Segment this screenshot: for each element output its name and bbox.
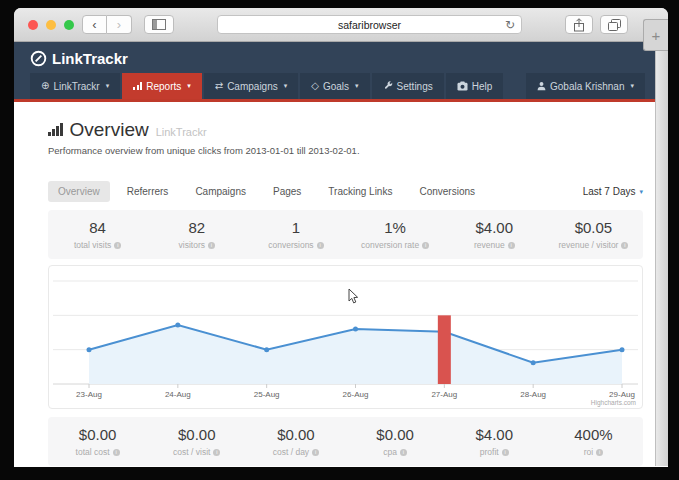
tab-conversions[interactable]: Conversions xyxy=(409,181,485,202)
sidebar-icon xyxy=(152,19,166,30)
nav-item-label: Reports xyxy=(146,81,181,92)
info-icon[interactable] xyxy=(213,449,220,456)
info-icon[interactable] xyxy=(113,449,120,456)
info-icon[interactable] xyxy=(508,242,515,249)
stat-label: total visits xyxy=(74,240,111,250)
brand[interactable]: LinkTrackr xyxy=(14,42,655,71)
brand-name: LinkTrackr xyxy=(52,50,128,67)
date-range-label: Last 7 Days xyxy=(583,186,636,197)
stat-cpa: $0.00 cpa xyxy=(346,426,445,457)
menu-spacer xyxy=(505,73,526,99)
tab-overview-button[interactable] xyxy=(600,15,628,34)
stat-label: profit xyxy=(480,447,499,457)
nav-item-settings[interactable]: Settings xyxy=(372,73,444,99)
caret-down-icon: ▾ xyxy=(630,82,634,90)
stat-value: $0.00 xyxy=(147,426,246,444)
stat-conversions: 1 conversions xyxy=(246,219,345,250)
forward-button[interactable]: › xyxy=(107,15,132,34)
info-icon[interactable] xyxy=(621,242,628,249)
info-icon[interactable] xyxy=(114,242,121,249)
stat-revenue: $4.00 revenue xyxy=(445,219,544,250)
stat-profit: $4.00 profit xyxy=(445,426,544,457)
stat-revenue-visitor: $0.05 revenue / visitor xyxy=(544,219,643,250)
page-content: LinkTrackr ⊕ LinkTrackr ▾ Reports ▾ ⇄ xyxy=(14,42,655,466)
info-icon[interactable] xyxy=(208,242,215,249)
address-bar[interactable]: safaribrowser ↻ xyxy=(217,15,522,34)
nav-item-label: Settings xyxy=(397,81,433,92)
stat-label: cost / day xyxy=(273,447,309,457)
close-window-button[interactable] xyxy=(28,20,38,30)
minimize-window-button[interactable] xyxy=(46,20,56,30)
svg-text:28-Aug: 28-Aug xyxy=(520,390,546,399)
user-menu[interactable]: Gobala Krishnan ▾ xyxy=(526,73,645,99)
stat-label: cpa xyxy=(383,447,397,457)
window-controls xyxy=(28,20,74,30)
stat-total-cost: $0.00 total cost xyxy=(48,426,147,457)
tab-tracking-links[interactable]: Tracking Links xyxy=(318,181,402,202)
nav-item-reports[interactable]: Reports ▾ xyxy=(122,73,202,99)
toolbar-right xyxy=(565,15,628,34)
nav-item-label: Goals xyxy=(323,81,349,92)
nav-item-linktrackr[interactable]: ⊕ LinkTrackr ▾ xyxy=(30,73,120,99)
nav-item-goals[interactable]: ◇ Goals ▾ xyxy=(300,73,369,99)
svg-text:29-Aug: 29-Aug xyxy=(609,390,635,399)
stat-value: 84 xyxy=(48,219,147,237)
stat-conversion-rate: 1% conversion rate xyxy=(346,219,445,250)
caret-down-icon: ▾ xyxy=(355,82,359,90)
svg-text:25-Aug: 25-Aug xyxy=(254,390,280,399)
stat-value: $0.00 xyxy=(246,426,345,444)
info-icon[interactable] xyxy=(312,449,319,456)
back-button[interactable]: ‹ xyxy=(82,15,107,34)
stat-label: total cost xyxy=(76,447,110,457)
stat-label: conversion rate xyxy=(361,240,419,250)
diamond-icon: ◇ xyxy=(311,81,319,91)
share-button[interactable] xyxy=(565,15,593,34)
stats-panel-bottom: $0.00 total cost $0.00 cost / visit $0.0… xyxy=(48,417,643,466)
info-icon[interactable] xyxy=(502,449,509,456)
nav-item-campaigns[interactable]: ⇄ Campaigns ▾ xyxy=(204,73,299,99)
info-icon[interactable] xyxy=(422,242,429,249)
stat-roi: 400% roi xyxy=(544,426,643,457)
date-range-selector[interactable]: Last 7 Days ▾ xyxy=(583,186,643,197)
sidebar-toggle-button[interactable] xyxy=(144,15,174,34)
caret-down-icon: ▾ xyxy=(639,188,643,196)
visits-chart[interactable]: 23-Aug24-Aug25-Aug26-Aug27-Aug28-Aug29-A… xyxy=(48,265,643,409)
main-menu: ⊕ LinkTrackr ▾ Reports ▾ ⇄ Campaigns ▾ xyxy=(14,73,655,99)
stat-label: revenue / visitor xyxy=(558,240,618,250)
tab-referrers[interactable]: Referrers xyxy=(117,181,179,202)
stat-total-visits: 84 total visits xyxy=(48,219,147,250)
stat-value: $0.00 xyxy=(346,426,445,444)
globe-icon: ⊕ xyxy=(41,81,49,91)
shuffle-icon: ⇄ xyxy=(215,81,223,91)
tab-pages[interactable]: Pages xyxy=(263,181,311,202)
browser-body: LinkTrackr ⊕ LinkTrackr ▾ Reports ▾ ⇄ xyxy=(14,42,668,466)
svg-text:23-Aug: 23-Aug xyxy=(76,390,102,399)
stat-value: 400% xyxy=(544,426,643,444)
stat-visitors: 82 visitors xyxy=(147,219,246,250)
chart-canvas[interactable]: 23-Aug24-Aug25-Aug26-Aug27-Aug28-Aug29-A… xyxy=(49,266,642,408)
caret-down-icon: ▾ xyxy=(106,82,110,90)
tab-overview[interactable]: Overview xyxy=(48,181,110,202)
new-tab-button[interactable]: + xyxy=(643,19,668,51)
tabs-icon xyxy=(608,19,621,31)
wrench-icon xyxy=(383,81,393,91)
stat-label: roi xyxy=(584,447,593,457)
tab-campaigns[interactable]: Campaigns xyxy=(185,181,256,202)
page-title: Overview xyxy=(70,119,149,141)
nav-item-help[interactable]: Help xyxy=(446,73,504,99)
caret-down-icon: ▾ xyxy=(187,82,191,90)
bar-chart-icon xyxy=(133,82,142,90)
user-icon xyxy=(537,81,546,91)
maximize-window-button[interactable] xyxy=(64,20,74,30)
info-icon[interactable] xyxy=(317,242,324,249)
stat-cost-visit: $0.00 cost / visit xyxy=(147,426,246,457)
nav-item-label: Campaigns xyxy=(227,81,278,92)
svg-text:Highcharts.com: Highcharts.com xyxy=(591,399,636,407)
info-icon[interactable] xyxy=(596,449,603,456)
page-subtitle: Performance overview from unique clicks … xyxy=(48,145,655,156)
stat-value: 1 xyxy=(246,219,345,237)
stat-value: $4.00 xyxy=(445,426,544,444)
reload-icon[interactable]: ↻ xyxy=(505,19,515,31)
stat-label: conversions xyxy=(268,240,313,250)
info-icon[interactable] xyxy=(400,449,407,456)
